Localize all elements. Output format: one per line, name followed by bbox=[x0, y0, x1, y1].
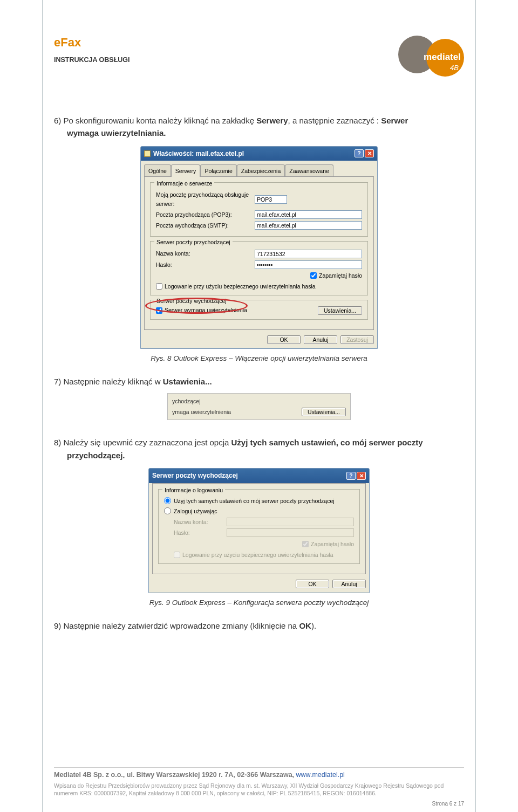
content: 6) Po skonfigurowaniu konta należy klikn… bbox=[54, 114, 464, 637]
incoming-server-group: Serwer poczty przychodzącej Nazwa konta:… bbox=[150, 241, 368, 295]
snippet-settings-button[interactable]: Ustawienia... bbox=[302, 408, 346, 416]
step6-text: 6) Po skonfigurowaniu konta należy klikn… bbox=[54, 114, 464, 140]
ok-button[interactable]: OK bbox=[267, 335, 301, 344]
same-settings-radio[interactable] bbox=[164, 497, 171, 504]
outgoing-server-dialog: Serwer poczty wychodzącej ? ✕ Informacje… bbox=[148, 468, 370, 593]
server-type-field[interactable] bbox=[255, 195, 287, 204]
servers-pane: Informacje o serwerze Moją pocztę przych… bbox=[144, 176, 374, 329]
logon-using-radio[interactable] bbox=[164, 507, 171, 514]
d3-cancel-button[interactable]: Anuluj bbox=[332, 580, 366, 588]
help-icon[interactable]: ? bbox=[346, 472, 356, 480]
dialog-title: Właściwości: mail.efax.etel.pl bbox=[153, 149, 244, 159]
close-icon[interactable]: ✕ bbox=[357, 472, 366, 480]
settings-button[interactable]: Ustawienia... bbox=[318, 306, 362, 315]
step8-text: 8) Należy się upewnić czy zaznaczona jes… bbox=[54, 436, 464, 462]
page-margin-right bbox=[475, 0, 476, 812]
spa-checkbox[interactable] bbox=[156, 283, 162, 290]
header: eFax INSTRUKCJA OBSŁUGI mediatel 4B bbox=[54, 36, 464, 90]
tab-advanced[interactable]: Zaawansowane bbox=[285, 164, 333, 177]
outgoing-server-group: Serwer poczty wychodzącej Serwer wymaga … bbox=[150, 300, 368, 319]
tab-connection[interactable]: Połączenie bbox=[200, 164, 236, 177]
snippet-image: ychodzącej ymaga uwierzytelnienia Ustawi… bbox=[167, 393, 351, 421]
account-name-field[interactable] bbox=[255, 250, 362, 258]
pop3-field[interactable] bbox=[255, 210, 362, 219]
tab-bar: Ogólne Serwery Połączenie Zabezpieczenia… bbox=[141, 161, 377, 176]
dialog3-title: Serwer poczty wychodzącej bbox=[152, 471, 238, 481]
logo-sub: 4B bbox=[450, 64, 459, 72]
properties-dialog: Właściwości: mail.efax.etel.pl ? ✕ Ogóln… bbox=[140, 146, 378, 349]
d3-ok-button[interactable]: OK bbox=[296, 580, 329, 588]
d3-password-field bbox=[227, 528, 354, 537]
smtp-label: Poczta wychodząca (SMTP): bbox=[156, 221, 250, 230]
d3-spa-checkbox bbox=[174, 552, 180, 558]
tab-general[interactable]: Ogólne bbox=[144, 164, 171, 177]
d3-account-label: Nazwa konta: bbox=[174, 518, 222, 526]
footer-address: Mediatel 4B Sp. z o.o., ul. Bitwy Warsza… bbox=[54, 771, 296, 779]
logo: mediatel 4B bbox=[383, 36, 464, 90]
tab-servers[interactable]: Serwery bbox=[171, 164, 201, 177]
d3-account-field bbox=[227, 518, 354, 526]
window-icon bbox=[144, 150, 151, 157]
footer-legal: Wpisana do Rejestru Przedsiębiorców prow… bbox=[54, 782, 464, 797]
dialog3-titlebar[interactable]: Serwer poczty wychodzącej ? ✕ bbox=[149, 469, 369, 483]
help-icon[interactable]: ? bbox=[355, 149, 364, 157]
page-number: Strona 6 z 17 bbox=[432, 801, 464, 807]
account-name-label: Nazwa konta: bbox=[156, 249, 250, 258]
figure9-caption: Rys. 9 Outlook Express – Konfiguracja se… bbox=[54, 597, 464, 609]
close-icon[interactable]: ✕ bbox=[365, 149, 374, 157]
tab-security[interactable]: Zabezpieczenia bbox=[237, 164, 285, 177]
footer-link[interactable]: www.mediatel.pl bbox=[296, 771, 345, 779]
step7-text: 7) Następnie należy kliknąć w Ustawienia… bbox=[54, 375, 464, 388]
dialog-titlebar[interactable]: Właściwości: mail.efax.etel.pl ? ✕ bbox=[141, 147, 377, 161]
d3-remember-checkbox bbox=[302, 541, 309, 547]
brand-title: eFax bbox=[54, 36, 130, 50]
pop3-label: Poczta przychodząca (POP3): bbox=[156, 210, 250, 219]
incoming-handled-by-label: Moją pocztę przychodzącą obsługuje serwe… bbox=[156, 190, 250, 208]
server-requires-auth-checkbox[interactable] bbox=[156, 307, 162, 314]
page-margin-left bbox=[42, 0, 43, 812]
password-label: Hasło: bbox=[156, 260, 250, 269]
apply-button[interactable]: Zastosuj bbox=[340, 335, 374, 344]
d3-password-label: Hasło: bbox=[174, 528, 222, 537]
step9-text: 9) Następnie należy zatwierdzić wprowadz… bbox=[54, 620, 464, 632]
password-field[interactable] bbox=[255, 260, 362, 269]
smtp-field[interactable] bbox=[255, 221, 362, 230]
brand-subtitle: INSTRUKCJA OBSŁUGI bbox=[54, 56, 130, 64]
server-info-group: Informacje o serwerze Moją pocztę przych… bbox=[150, 182, 368, 237]
logo-text: mediatel bbox=[424, 52, 461, 63]
footer: Mediatel 4B Sp. z o.o., ul. Bitwy Warsza… bbox=[54, 764, 464, 797]
remember-password-checkbox[interactable] bbox=[310, 272, 317, 279]
cancel-button[interactable]: Anuluj bbox=[304, 335, 337, 344]
figure8-caption: Rys. 8 Outlook Express – Włączenie opcji… bbox=[54, 353, 464, 364]
logon-info-group: Informacje o logowaniu Użyj tych samych … bbox=[158, 489, 360, 565]
